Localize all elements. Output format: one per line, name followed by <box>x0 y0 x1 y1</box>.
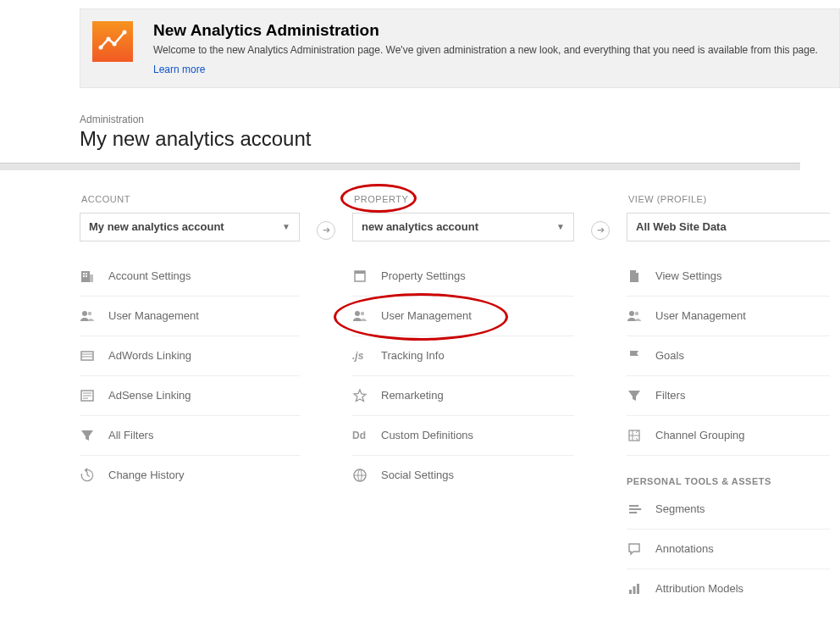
property-column: PROPERTY new analytics account ▼ Propert… <box>352 194 574 608</box>
account-settings[interactable]: Account Settings <box>80 257 300 297</box>
nav-label: Goals <box>655 349 684 362</box>
nav-label: Attribution Models <box>655 582 743 595</box>
nav-label: Change History <box>108 469 185 481</box>
view-select[interactable]: All Web Site Data <box>627 213 830 241</box>
tracking-info[interactable]: .js Tracking Info <box>352 336 574 376</box>
svg-point-10 <box>82 311 87 316</box>
nav-label: All Filters <box>108 429 153 441</box>
learn-more-link[interactable]: Learn more <box>153 64 205 75</box>
nav-label: Annotations <box>655 542 714 555</box>
svg-point-0 <box>99 46 103 50</box>
channel-grouping-icon <box>627 428 655 443</box>
people-icon <box>352 308 381 324</box>
property-select-value: new analytics account <box>362 220 478 233</box>
js-icon: .js <box>352 350 381 362</box>
view-filters[interactable]: Filters <box>627 376 830 416</box>
breadcrumb: Administration <box>80 114 840 125</box>
account-column: ACCOUNT My new analytics account ▼ Accou… <box>80 194 300 608</box>
nav-label: AdWords Linking <box>108 349 191 362</box>
svg-point-11 <box>88 312 91 315</box>
nav-label: Remarketing <box>381 389 444 402</box>
people-icon <box>80 308 108 324</box>
bar-chart-icon <box>627 581 655 596</box>
analytics-logo-icon <box>92 21 133 62</box>
all-filters[interactable]: All Filters <box>80 416 300 456</box>
account-select-value: My new analytics account <box>89 220 224 233</box>
nav-label: Filters <box>655 389 685 402</box>
svg-rect-34 <box>633 586 636 594</box>
svg-rect-6 <box>83 273 85 275</box>
column-connector: ➔ <box>300 194 352 608</box>
svg-point-3 <box>123 31 127 35</box>
account-select[interactable]: My new analytics account ▼ <box>80 213 300 241</box>
history-icon <box>80 468 108 483</box>
property-select[interactable]: new analytics account ▼ <box>352 213 574 241</box>
nav-label: View Settings <box>655 269 722 282</box>
nav-label: Tracking Info <box>381 349 445 362</box>
nav-label: Social Settings <box>381 469 454 481</box>
svg-point-21 <box>355 311 360 316</box>
property-header: PROPERTY <box>354 194 574 204</box>
arrow-right-icon: ➔ <box>317 221 335 240</box>
nav-label: AdSense Linking <box>108 389 191 402</box>
svg-point-22 <box>361 312 364 315</box>
personal-tools-header: PERSONAL TOOLS & ASSETS <box>627 476 830 486</box>
filter-icon <box>627 388 655 403</box>
svg-point-25 <box>635 312 638 315</box>
svg-rect-20 <box>355 271 365 274</box>
svg-rect-12 <box>81 352 93 360</box>
view-user-management[interactable]: User Management <box>627 297 830 336</box>
view-column: VIEW (PROFILE) All Web Site Data View Se… <box>627 194 830 608</box>
svg-point-30 <box>637 504 639 507</box>
channel-grouping[interactable]: Channel Grouping <box>627 416 830 456</box>
speech-bubble-icon <box>627 541 655 557</box>
document-icon <box>627 269 655 284</box>
segments-icon <box>627 502 655 517</box>
segments[interactable]: Segments <box>627 490 830 530</box>
svg-rect-9 <box>86 275 87 277</box>
svg-point-31 <box>639 508 642 510</box>
change-history[interactable]: Change History <box>80 456 300 495</box>
nav-label: Channel Grouping <box>655 429 745 441</box>
admin-columns: ACCOUNT My new analytics account ▼ Accou… <box>80 194 840 608</box>
remarketing-icon <box>352 388 381 403</box>
svg-point-32 <box>635 511 638 513</box>
svg-point-24 <box>629 311 634 316</box>
goals[interactable]: Goals <box>627 336 830 376</box>
attribution-models[interactable]: Attribution Models <box>627 569 830 608</box>
property-user-management[interactable]: User Management <box>352 297 574 336</box>
property-settings[interactable]: Property Settings <box>352 257 574 297</box>
adsense-icon <box>80 388 108 403</box>
banner-title: New Analytics Administration <box>153 21 818 40</box>
page-title: My new analytics account <box>80 127 840 151</box>
filter-icon <box>80 428 108 443</box>
caret-down-icon: ▼ <box>282 222 290 231</box>
svg-rect-33 <box>629 590 632 594</box>
nav-label: Account Settings <box>108 269 191 282</box>
social-settings[interactable]: Social Settings <box>352 456 574 495</box>
nav-label: Property Settings <box>381 269 466 282</box>
nav-label: User Management <box>655 309 746 322</box>
view-settings[interactable]: View Settings <box>627 257 830 297</box>
account-user-management[interactable]: User Management <box>80 297 300 336</box>
svg-rect-35 <box>637 584 639 594</box>
nav-label: Custom Definitions <box>381 429 473 441</box>
remarketing[interactable]: Remarketing <box>352 376 574 416</box>
adwords-linking[interactable]: AdWords Linking <box>80 336 300 376</box>
banner-body: Welcome to the new Analytics Administrat… <box>153 43 818 58</box>
caret-down-icon: ▼ <box>556 222 565 231</box>
svg-rect-7 <box>86 273 87 275</box>
adwords-icon <box>80 348 108 363</box>
dd-icon: Dd <box>352 430 381 441</box>
view-header: VIEW (PROFILE) <box>628 194 830 204</box>
svg-rect-5 <box>90 275 93 282</box>
arrow-right-icon: ➔ <box>591 221 610 240</box>
adsense-linking[interactable]: AdSense Linking <box>80 376 300 416</box>
divider <box>0 163 800 170</box>
view-select-value: All Web Site Data <box>636 220 727 233</box>
svg-point-2 <box>113 42 117 47</box>
info-banner: New Analytics Administration Welcome to … <box>80 8 840 88</box>
custom-definitions[interactable]: Dd Custom Definitions <box>352 416 574 456</box>
annotations[interactable]: Annotations <box>627 530 830 569</box>
column-connector: ➔ <box>574 194 627 608</box>
